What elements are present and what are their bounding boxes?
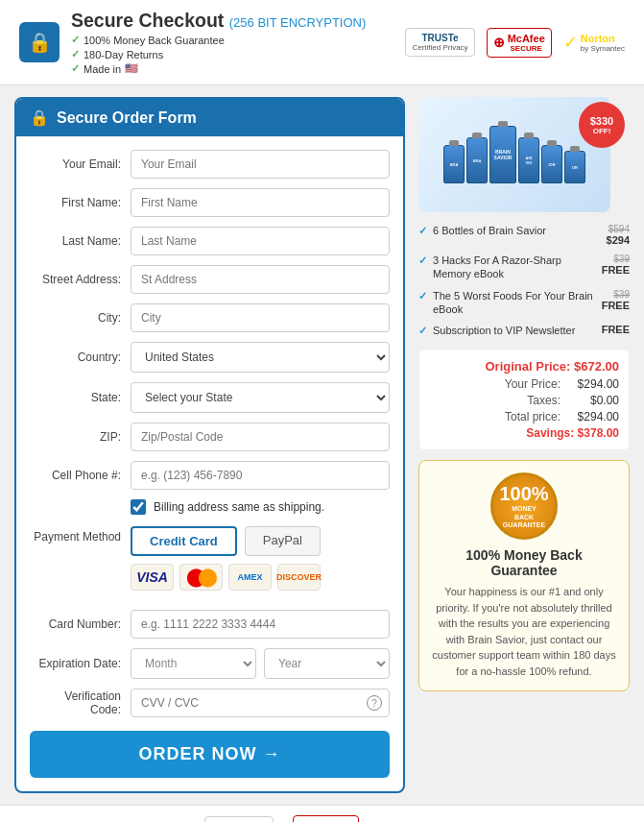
year-select[interactable]: Year <box>264 648 390 679</box>
check-money-back: ✓ 100% Money Back Guarantee <box>71 34 366 46</box>
check-made-in: ✓ Made in 🇺🇸 <box>71 62 366 75</box>
payment-options: Credit Card PayPal VISA ⬤⬤ AMEX DISCOVER <box>131 526 390 600</box>
truste-badge-footer: TRUSTe Certified Privacy <box>204 816 274 823</box>
form-title: 🔒 Secure Order Form <box>16 99 403 136</box>
bottle-5: IOR <box>541 145 562 183</box>
billing-row: Billing address same as shipping. <box>131 499 390 515</box>
lastname-row: Last Name: <box>30 227 390 255</box>
card-number-row: Card Number: <box>30 610 390 639</box>
city-label: City: <box>30 311 131 325</box>
address-row: Street Address: <box>30 265 390 294</box>
email-input[interactable] <box>131 150 390 179</box>
city-input[interactable] <box>131 303 390 332</box>
header-info: Secure Checkout (256 BIT ENCRYPTION) ✓ 1… <box>71 10 366 75</box>
item-price-1: $594 $294 <box>607 224 630 246</box>
bottle-3: BRAINSAVIOR <box>489 126 516 183</box>
item-old-price-1: $594 <box>608 224 630 234</box>
cvv-input-wrap: ? <box>131 689 390 717</box>
item-check-2: ✓ <box>418 254 427 267</box>
discover-icon: DISCOVER <box>277 564 321 591</box>
phone-label: Cell Phone #: <box>30 469 131 482</box>
phone-row: Cell Phone #: <box>30 461 390 490</box>
card-icons: VISA ⬤⬤ AMEX DISCOVER <box>131 564 390 591</box>
address-input[interactable] <box>131 265 390 294</box>
lastname-label: Last Name: <box>30 234 131 248</box>
form-lock-icon: 🔒 <box>30 109 49 127</box>
list-item: ✓ The 5 Worst Foods For Your Brain eBook… <box>418 289 630 317</box>
bottle-1: BRA <box>443 145 465 183</box>
item-new-price-2: FREE <box>602 264 630 276</box>
item-new-price-3: FREE <box>602 300 630 311</box>
header-left: 🔒 Secure Checkout (256 BIT ENCRYPTION) ✓… <box>19 10 366 75</box>
encryption-label: 256 BIT ENCRYPTION <box>233 15 362 30</box>
trust-badges-header: TRUSTe Certified Privacy ⊕ McAfee SECURE… <box>405 28 625 58</box>
zip-input[interactable] <box>131 423 390 451</box>
bottle-2: BRA <box>466 137 488 183</box>
guarantee-text: Your happiness is our #1 and only priori… <box>431 584 617 679</box>
norton-badge-header: ✓ Norton by Symantec <box>563 32 625 53</box>
item-old-price-2: $39 <box>613 254 630 264</box>
header-title: Secure Checkout (256 BIT ENCRYPTION) <box>71 10 366 32</box>
bottle-6: OR <box>564 151 585 183</box>
item-price-4: FREE <box>602 324 630 335</box>
item-name-2: 3 Hacks For A Razor-Sharp Memory eBook <box>433 254 596 281</box>
country-label: Country: <box>30 351 131 364</box>
billing-checkbox[interactable] <box>131 499 146 515</box>
payment-method-label: Payment Method <box>30 526 131 600</box>
card-number-input[interactable] <box>131 610 390 639</box>
amex-icon: AMEX <box>228 564 272 591</box>
city-row: City: <box>30 303 390 332</box>
item-price-2: $39 FREE <box>602 254 630 276</box>
right-column: BRA BRA BRAINSAVIOR AINVIO IOR OR $330 O… <box>418 97 630 793</box>
guarantee-title: 100% Money Back Guarantee <box>431 547 617 578</box>
main-content: 🔒 Secure Order Form Your Email: First Na… <box>0 85 644 805</box>
order-now-button[interactable]: ORDER NOW → <box>30 731 390 778</box>
guarantee-badge: 100% MONEY BACK GUARANTEE <box>490 472 558 540</box>
expiry-selects: Month Year <box>131 648 390 679</box>
cvv-input[interactable] <box>131 689 390 717</box>
mcafee-badge-footer: ⊕ McAfee SECURE <box>293 815 358 822</box>
discount-badge: $330 OFF! <box>579 102 625 148</box>
expiry-row: Expiration Date: Month Year <box>30 648 390 679</box>
price-summary: Original Price: $672.00 Your Price: $294… <box>418 349 630 450</box>
original-price-row: Original Price: $672.00 <box>429 359 619 374</box>
firstname-row: First Name: <box>30 188 390 217</box>
state-select[interactable]: Select your State <box>131 382 390 413</box>
taxes-row: Taxes: $0.00 <box>429 394 619 407</box>
guarantee-box: 100% MONEY BACK GUARANTEE 100% Money Bac… <box>418 460 630 691</box>
header: 🔒 Secure Checkout (256 BIT ENCRYPTION) ✓… <box>0 0 644 85</box>
item-old-price-3: $39 <box>613 289 630 300</box>
item-name-1: 6 Bottles of Brain Savior <box>433 224 601 237</box>
product-image-wrap: BRA BRA BRAINSAVIOR AINVIO IOR OR $330 O… <box>418 97 630 212</box>
country-select[interactable]: United States <box>131 342 390 373</box>
total-row: Total price: $294.00 <box>429 410 619 423</box>
expiry-label: Expiration Date: <box>30 657 131 670</box>
checkout-title: Secure Checkout <box>71 10 224 31</box>
tab-credit-card[interactable]: Credit Card <box>131 526 237 556</box>
item-new-price-1: $294 <box>607 234 630 246</box>
month-select[interactable]: Month <box>131 648 256 679</box>
truste-badge-header: TRUSTe Certified Privacy <box>405 28 474 57</box>
lock-icon: 🔒 <box>19 22 60 62</box>
tab-paypal[interactable]: PayPal <box>245 526 321 556</box>
lastname-input[interactable] <box>131 227 390 255</box>
bottle-group: BRA BRA BRAINSAVIOR AINVIO IOR OR <box>443 126 585 183</box>
phone-input[interactable] <box>131 461 390 490</box>
flag-icon: 🇺🇸 <box>125 62 138 75</box>
your-price-row: Your Price: $294.00 <box>429 377 619 391</box>
billing-label: Billing address same as shipping. <box>154 500 324 514</box>
cvv-label: Verification Code: <box>30 689 131 716</box>
firstname-input[interactable] <box>131 188 390 217</box>
item-new-price-4: FREE <box>602 324 630 335</box>
zip-row: ZIP: <box>30 423 390 451</box>
order-form-container: 🔒 Secure Order Form Your Email: First Na… <box>14 97 405 793</box>
card-number-label: Card Number: <box>30 617 131 631</box>
email-row: Your Email: <box>30 150 390 179</box>
cvv-help-icon[interactable]: ? <box>367 695 382 711</box>
item-check-4: ✓ <box>418 325 427 337</box>
visa-icon: VISA <box>131 564 174 591</box>
payment-method-row: Payment Method Credit Card PayPal VISA ⬤… <box>30 526 390 600</box>
footer: TRUSTe Certified Privacy ⊕ McAfee SECURE… <box>0 805 644 822</box>
item-price-3: $39 FREE <box>602 289 630 311</box>
items-list: ✓ 6 Bottles of Brain Savior $594 $294 ✓ … <box>418 224 630 337</box>
